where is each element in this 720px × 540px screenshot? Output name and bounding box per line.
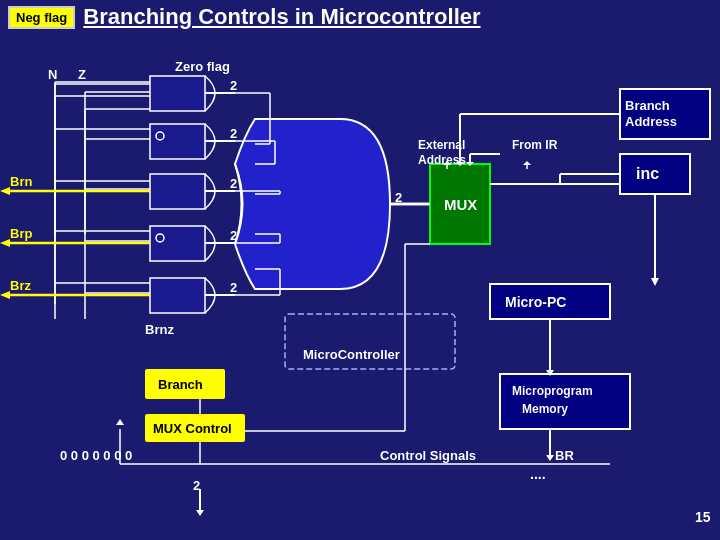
svg-text:2: 2 — [230, 176, 237, 191]
svg-text:Branch: Branch — [158, 377, 203, 392]
svg-text:MUX Control: MUX Control — [153, 421, 232, 436]
svg-text:2: 2 — [193, 478, 200, 493]
and-gate-brp — [150, 226, 235, 261]
diagram-area: N Z Zero flag 2 2 2 2 2 2 Brn Brp Brz Br… — [0, 34, 720, 524]
svg-text:2: 2 — [230, 280, 237, 295]
neg-flag-label: Neg flag — [8, 6, 75, 29]
svg-text:2: 2 — [230, 126, 237, 141]
svg-text:....: .... — [530, 466, 546, 482]
svg-rect-7 — [150, 226, 205, 261]
svg-text:Zero flag: Zero flag — [175, 59, 230, 74]
svg-marker-75 — [546, 455, 554, 461]
svg-text:Address: Address — [625, 114, 677, 129]
svg-text:15: 15 — [695, 509, 711, 524]
page-title: Branching Controls in Microcontroller — [83, 4, 480, 30]
svg-text:BR: BR — [555, 448, 574, 463]
svg-text:2: 2 — [230, 78, 237, 93]
svg-marker-64 — [651, 278, 659, 286]
svg-text:Brp: Brp — [10, 226, 32, 241]
svg-text:Brnz: Brnz — [145, 322, 174, 337]
svg-rect-0 — [150, 76, 205, 111]
svg-text:Microprogram: Microprogram — [512, 384, 593, 398]
svg-rect-2 — [150, 124, 205, 159]
svg-text:Control Signals: Control Signals — [380, 448, 476, 463]
svg-text:Memory: Memory — [522, 402, 568, 416]
title-bar: Neg flag Branching Controls in Microcont… — [0, 0, 720, 34]
svg-text:Address: Address — [418, 153, 466, 167]
svg-text:2: 2 — [230, 228, 237, 243]
svg-rect-5 — [150, 174, 205, 209]
svg-text:Brz: Brz — [10, 278, 31, 293]
svg-text:Branch: Branch — [625, 98, 670, 113]
and-gate-brn — [150, 174, 235, 209]
svg-point-8 — [156, 234, 164, 242]
svg-marker-48 — [0, 187, 10, 195]
svg-marker-84 — [196, 510, 204, 516]
svg-marker-78 — [116, 419, 124, 425]
svg-rect-10 — [150, 278, 205, 313]
svg-point-3 — [156, 132, 164, 140]
svg-text:inc: inc — [636, 165, 659, 182]
svg-text:From IR: From IR — [512, 138, 558, 152]
svg-marker-50 — [0, 239, 10, 247]
and-gate-brz — [150, 278, 235, 313]
diagram-svg: N Z Zero flag 2 2 2 2 2 2 Brn Brp Brz Br… — [0, 34, 720, 524]
svg-text:Z: Z — [78, 67, 86, 82]
svg-marker-116 — [523, 161, 531, 165]
svg-text:MicroController: MicroController — [303, 347, 400, 362]
svg-text:MUX: MUX — [444, 196, 477, 213]
svg-text:Brn: Brn — [10, 174, 32, 189]
svg-text:Micro-PC: Micro-PC — [505, 294, 566, 310]
svg-text:0  0  0  0  0  0  0: 0 0 0 0 0 0 0 — [60, 448, 132, 463]
svg-text:2: 2 — [395, 190, 402, 205]
svg-text:External: External — [418, 138, 465, 152]
and-gate-1 — [150, 76, 235, 111]
svg-marker-52 — [0, 291, 10, 299]
and-gate-2 — [150, 124, 235, 159]
svg-text:N: N — [48, 67, 57, 82]
